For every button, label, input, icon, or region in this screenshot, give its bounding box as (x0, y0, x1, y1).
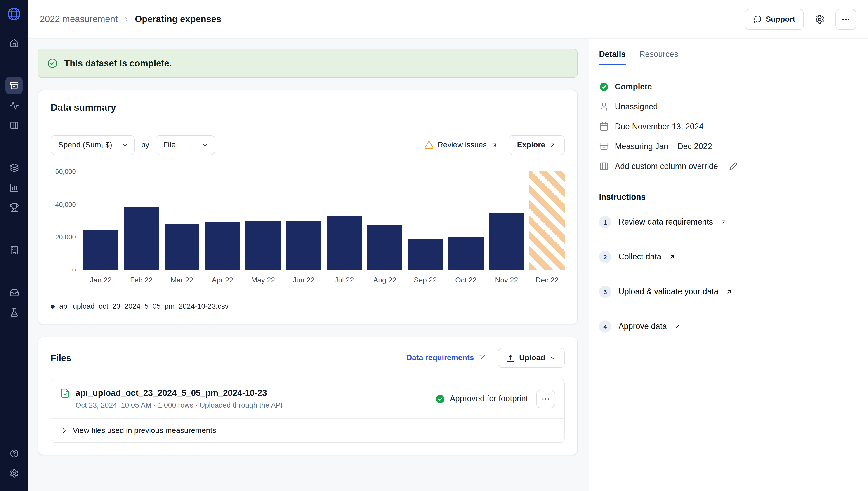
sidebar-item-experiments[interactable] (5, 304, 23, 321)
file-name[interactable]: api_upload_oct_23_2024_5_05_pm_2024-10-2… (76, 388, 267, 398)
chart-bar[interactable] (205, 222, 240, 270)
instruction-steps: 1 Review data requirements 2 Collect dat… (599, 205, 856, 344)
sidebar-item-goals[interactable] (5, 199, 23, 216)
ellipsis-icon (841, 14, 851, 24)
chart-bar[interactable] (408, 239, 443, 270)
inbox-icon (9, 288, 19, 297)
file-row[interactable]: api_upload_oct_23_2024_5_05_pm_2024-10-2… (51, 379, 564, 418)
archive-box-icon (599, 141, 609, 151)
status-row-due-date: Due November 13, 2024 (599, 117, 856, 137)
arrow-up-right-icon (491, 142, 498, 148)
file-list: api_upload_oct_23_2024_5_05_pm_2024-10-2… (51, 379, 565, 443)
external-link-icon (478, 354, 486, 362)
chart-bar-no-data[interactable] (530, 171, 565, 270)
data-summary-card: Data summary Spend (Sum, $) by File (37, 90, 578, 324)
status-label: Unassigned (615, 102, 658, 111)
sidebar-item-inbox[interactable] (5, 284, 23, 301)
step-number-badge: 1 (599, 216, 611, 228)
metric-select[interactable]: Spend (Sum, $) (51, 135, 135, 155)
sidebar-item-help[interactable] (5, 445, 23, 462)
bar-chart-icon (9, 183, 19, 192)
arrow-up-right-icon (669, 254, 675, 260)
step-label: Approve data (618, 322, 667, 331)
home-icon (9, 38, 19, 48)
review-issues-label: Review issues (438, 141, 487, 150)
header-settings-button[interactable] (809, 9, 830, 30)
explore-button[interactable]: Explore (508, 135, 565, 155)
x-axis-tick-label: Jul 22 (327, 276, 362, 284)
breadcrumb-parent-link[interactable]: 2022 measurement (40, 14, 118, 24)
step-number-badge: 2 (599, 251, 611, 263)
status-row-assignee[interactable]: Unassigned (599, 97, 856, 117)
chart-bar[interactable] (246, 222, 281, 270)
x-axis-tick-label: Aug 22 (367, 276, 402, 284)
instruction-step-approve-data[interactable]: 4 Approve data (599, 309, 856, 344)
app-logo-globe-icon[interactable] (6, 6, 22, 22)
data-requirements-link[interactable]: Data requirements (407, 353, 486, 363)
sidebar-item-charts[interactable] (5, 179, 23, 196)
check-circle-icon (47, 58, 58, 69)
step-label: Upload & validate your data (618, 287, 718, 296)
header-more-button[interactable] (836, 9, 856, 30)
chart-bar[interactable] (489, 213, 524, 270)
y-axis-tick-label: 60,000 (55, 168, 76, 175)
group-by-select[interactable]: File (156, 135, 215, 155)
sidebar-item-layers[interactable] (5, 159, 23, 176)
review-issues-link[interactable]: Review issues (424, 141, 498, 150)
data-summary-header: Data summary (38, 90, 577, 122)
arrow-up-right-icon (674, 323, 681, 330)
activity-icon (9, 100, 19, 110)
ellipsis-icon (541, 394, 550, 403)
status-list: Complete Unassigned Due November 13, 202… (599, 77, 856, 176)
chart-bar[interactable] (367, 225, 402, 270)
status-row-custom-column[interactable]: Add custom column override (599, 156, 856, 176)
tab-resources[interactable]: Resources (639, 50, 678, 65)
explore-button-label: Explore (517, 141, 545, 150)
files-title: Files (51, 353, 71, 363)
sidebar-item-organization[interactable] (5, 241, 23, 259)
check-circle-filled-icon (599, 82, 609, 92)
tab-details[interactable]: Details (599, 50, 626, 65)
instruction-step-upload-validate[interactable]: 3 Upload & validate your data (599, 274, 856, 309)
sidebar-item-settings[interactable] (5, 465, 23, 482)
flask-icon (9, 308, 19, 317)
chart-legend: api_upload_oct_23_2024_5_05_pm_2024-10-2… (51, 302, 565, 311)
columns-icon (599, 161, 609, 171)
file-info: api_upload_oct_23_2024_5_05_pm_2024-10-2… (60, 388, 283, 409)
chart-bar[interactable] (164, 224, 200, 270)
legend-dot (51, 305, 55, 309)
chart-bar[interactable] (83, 230, 118, 270)
legend-series-label: api_upload_oct_23_2024_5_05_pm_2024-10-2… (59, 302, 228, 311)
status-label: Add custom column override (615, 162, 718, 171)
edit-custom-column-button[interactable] (729, 162, 737, 170)
sidebar-item-datasets[interactable] (5, 77, 23, 94)
sidebar-item-home[interactable] (5, 34, 23, 52)
support-button-label: Support (766, 15, 795, 24)
arrow-up-right-icon (720, 219, 727, 226)
previous-files-toggle[interactable]: View files used in previous measurements (51, 418, 564, 442)
chart-bar[interactable] (327, 215, 362, 270)
step-number-badge: 4 (599, 320, 611, 333)
step-label: Review data requirements (618, 218, 713, 227)
breadcrumb: 2022 measurement Operating expenses (40, 14, 221, 24)
x-axis-tick-label: May 22 (246, 276, 281, 284)
instruction-step-collect-data[interactable]: 2 Collect data (599, 239, 856, 274)
instruction-step-review-requirements[interactable]: 1 Review data requirements (599, 205, 856, 239)
main-content: This dataset is complete. Data summary S… (28, 39, 589, 491)
settings-gear-icon (9, 469, 19, 478)
sidebar-item-table[interactable] (5, 117, 23, 134)
chart-controls: Spend (Sum, $) by File (51, 135, 565, 155)
chart-bar[interactable] (448, 237, 484, 270)
sidebar-item-activity[interactable] (5, 97, 23, 114)
upload-button[interactable]: Upload (498, 348, 565, 368)
page-header: 2022 measurement Operating expenses Supp… (28, 0, 868, 39)
page-title: Operating expenses (135, 14, 221, 24)
chart-bar[interactable] (286, 222, 321, 270)
x-axis-tick-label: Dec 22 (530, 276, 565, 284)
support-button[interactable]: Support (745, 9, 804, 30)
chart-bar[interactable] (124, 206, 159, 270)
upload-icon (507, 354, 515, 362)
file-more-button[interactable] (536, 390, 555, 408)
chevron-right-icon (60, 427, 68, 435)
app-root: 2022 measurement Operating expenses Supp… (0, 0, 868, 491)
